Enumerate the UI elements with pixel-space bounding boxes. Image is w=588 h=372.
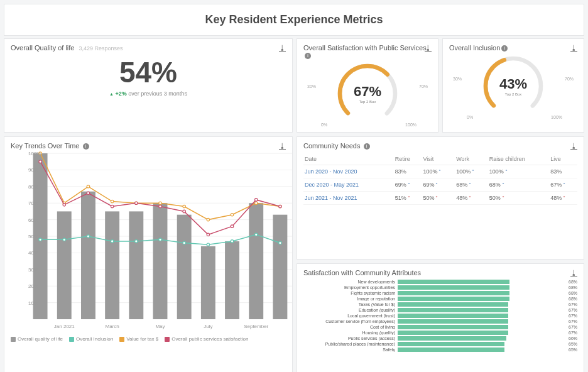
chevron-down-icon: ˅ <box>563 195 565 201</box>
sat-value: 66% <box>562 336 577 341</box>
svg-point-45 <box>255 202 258 204</box>
sat-value: 67% <box>562 325 577 329</box>
legend-item: Overall Inclusion <box>69 336 113 342</box>
sat-value: 65% <box>562 342 577 346</box>
svg-point-33 <box>231 240 233 243</box>
qol-value: 54% <box>11 55 286 89</box>
svg-point-48 <box>63 204 65 206</box>
svg-rect-17 <box>105 211 119 319</box>
svg-rect-22 <box>225 241 239 319</box>
sat-bar-row: Taxes (Value for $)67% <box>303 302 577 307</box>
svg-point-42 <box>183 205 185 207</box>
download-icon[interactable]: ⭳ <box>570 269 577 276</box>
download-icon[interactable]: ⭳ <box>425 44 432 52</box>
svg-point-28 <box>111 240 113 243</box>
chevron-down-icon: ˅ <box>502 195 504 201</box>
svg-point-39 <box>111 200 113 202</box>
chevron-up-icon: ˄ <box>563 182 565 188</box>
trend-up-icon: ▲ <box>109 92 114 96</box>
svg-point-31 <box>183 241 185 244</box>
sat-label: Public services (access) <box>303 336 398 341</box>
svg-point-50 <box>111 205 113 207</box>
trends-chart: 10%20%30%40%50%60%70%80%90%100% Overall … <box>11 153 286 342</box>
chevron-up-icon: ˄ <box>438 169 441 175</box>
card-satisfaction: Satisfaction with Community Attributes ⭳… <box>297 263 584 372</box>
card-community-needs: Community Needs i ⭳ DateRetireVisitWorkR… <box>297 136 584 260</box>
svg-point-32 <box>207 243 209 246</box>
sat-bar-row: Local government (trust)67% <box>303 313 577 319</box>
sat-bar-row: Education (quality)67% <box>303 307 577 313</box>
gauge: 67%Top 2 Box30%70%0%100% <box>303 59 432 128</box>
download-icon[interactable]: ⭳ <box>570 142 577 150</box>
sat-label: New developments <box>303 280 398 284</box>
svg-point-52 <box>159 205 161 207</box>
needs-date[interactable]: Jun 2020 - Nov 2020 <box>303 165 394 178</box>
page-title: Key Resident Experience Metrics <box>4 13 584 26</box>
dashboard-grid: Overall Quality of life 3,429 Responses … <box>0 38 588 372</box>
sat-bar-row: New developments68% <box>303 279 577 285</box>
sat-value: 67% <box>562 331 577 335</box>
info-icon[interactable]: i <box>501 45 508 52</box>
svg-point-54 <box>207 233 209 236</box>
download-icon[interactable]: ⭳ <box>279 44 286 52</box>
info-icon[interactable]: i <box>83 143 89 150</box>
sat-label: Image or reputation <box>303 297 398 301</box>
chevron-down-icon: ˅ <box>469 195 471 201</box>
qol-responses: 3,429 Responses <box>79 45 123 52</box>
download-icon[interactable]: ⭳ <box>279 142 286 150</box>
svg-point-57 <box>279 205 281 207</box>
sat-value: 67% <box>562 302 577 307</box>
sat-bar-row: Housing (quality)67% <box>303 330 577 336</box>
svg-point-47 <box>39 160 41 163</box>
gauge-title: Overall Satisfaction with Public Service… <box>303 44 427 52</box>
info-icon[interactable]: i <box>364 143 370 150</box>
table-row: Jun 2021 - Nov 202151%˅50%˅48%˅50%˅48%˅ <box>303 192 577 205</box>
sat-label: Customer service (from employees) <box>303 319 398 324</box>
svg-rect-19 <box>153 203 168 319</box>
svg-point-30 <box>159 238 161 241</box>
sat-label: Housing (quality) <box>303 331 398 335</box>
download-icon[interactable]: ⭳ <box>570 44 577 52</box>
svg-point-43 <box>207 218 209 221</box>
sat-chart: New developments68%Employment opportunit… <box>303 279 577 353</box>
sat-value: 67% <box>562 319 577 324</box>
sat-label: Local government (trust) <box>303 314 398 318</box>
sat-bar-row: Cost of living67% <box>303 324 577 330</box>
gauge-title: Overall Inclusion <box>449 44 500 52</box>
svg-point-44 <box>231 214 233 216</box>
sat-label: Safety <box>303 347 398 352</box>
sat-bar-row: Employment opportunities68% <box>303 285 577 290</box>
sat-label: Fights systemic racism <box>303 291 398 295</box>
gauge-sub: Top 2 Box <box>354 100 381 104</box>
svg-point-25 <box>39 238 41 241</box>
svg-point-56 <box>255 199 258 201</box>
svg-rect-15 <box>57 211 72 319</box>
info-icon[interactable]: i <box>305 53 311 59</box>
needs-date[interactable]: Jun 2021 - Nov 2021 <box>303 192 394 205</box>
svg-point-27 <box>87 235 89 238</box>
sat-bar-row: Safety65% <box>303 347 577 353</box>
card-trends: Key Trends Over Time i ⭳ 10%20%30%40%50%… <box>4 136 293 372</box>
svg-point-34 <box>255 233 258 236</box>
sat-value: 67% <box>562 308 577 312</box>
svg-rect-16 <box>81 192 95 319</box>
gauge-row: Overall Satisfaction with Public Service… <box>297 38 584 133</box>
trends-legend: Overall quality of lifeOverall Inclusion… <box>11 336 286 342</box>
sat-label: Education (quality) <box>303 308 398 312</box>
svg-rect-20 <box>177 215 192 319</box>
svg-point-53 <box>183 210 185 212</box>
needs-date[interactable]: Dec 2020 - May 2021 <box>303 178 394 192</box>
chevron-up-icon: ˄ <box>408 182 410 188</box>
sat-bar-row: Public services (access)66% <box>303 336 577 341</box>
sat-value: 68% <box>562 280 577 284</box>
sat-value: 65% <box>562 347 577 352</box>
sat-value: 67% <box>562 314 577 318</box>
sat-label: Employment opportunities <box>303 285 398 290</box>
svg-point-51 <box>135 202 138 204</box>
page-header: Key Resident Experience Metrics <box>4 4 584 36</box>
trends-title: Key Trends Over Time <box>11 142 79 150</box>
svg-rect-21 <box>201 246 215 319</box>
chevron-up-icon: ˄ <box>502 182 504 188</box>
svg-point-49 <box>87 192 89 194</box>
chevron-down-icon: ˅ <box>408 195 410 201</box>
